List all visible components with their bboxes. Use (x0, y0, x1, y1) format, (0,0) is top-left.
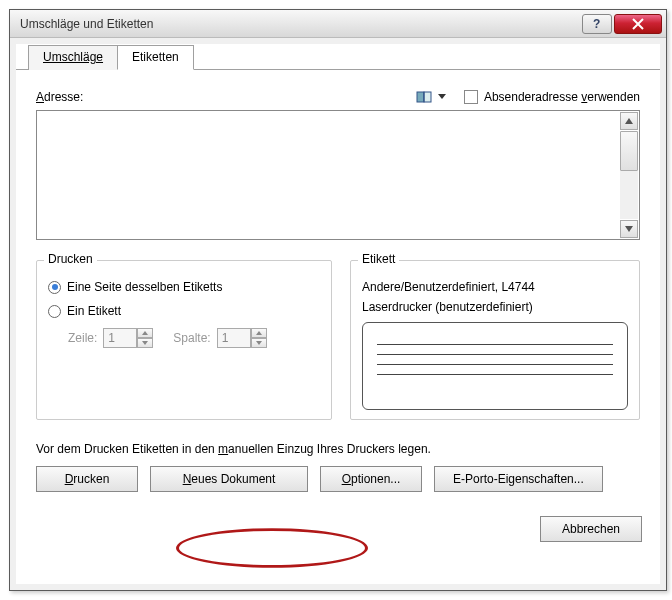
drucken-group-title: Drucken (44, 252, 97, 266)
etikett-info-line1: Andere/Benutzerdefiniert, L4744 (362, 280, 628, 294)
spalte-label: Spalte: (173, 331, 210, 345)
spalte-spinner[interactable] (217, 328, 267, 348)
triangle-up-icon (256, 331, 262, 335)
radio-icon (48, 305, 61, 318)
tab-umschlaege[interactable]: Umschläge (28, 45, 118, 70)
address-book-dropdown[interactable] (436, 88, 448, 106)
spalte-down (251, 338, 267, 348)
svg-rect-1 (417, 92, 424, 102)
etikett-preview (362, 322, 628, 410)
scroll-up-button[interactable] (620, 112, 638, 130)
radio-single-label[interactable]: Ein Etikett (48, 304, 320, 318)
address-book-icon (416, 90, 434, 104)
absender-checkbox-label: Absenderadresse verwenden (484, 90, 640, 104)
optionen-button[interactable]: Optionen... (320, 466, 422, 492)
dialog-window: Umschläge und Etiketten ? Umschläge Etik… (9, 9, 667, 591)
adresse-row: Adresse: Absenderadresse verwenden (36, 88, 640, 106)
close-icon (632, 18, 644, 30)
close-button[interactable] (614, 14, 662, 34)
triangle-down-icon (256, 341, 262, 345)
button-row: Drucken Neues Dokument Optionen... E-Por… (36, 466, 640, 492)
footer-row: Abbrechen (16, 506, 660, 542)
zeile-input (103, 328, 137, 348)
scroll-down-button[interactable] (620, 220, 638, 238)
help-button[interactable]: ? (582, 14, 612, 34)
scrollbar-thumb[interactable] (620, 131, 638, 171)
triangle-up-icon (625, 118, 633, 124)
etikett-group-title: Etikett (358, 252, 399, 266)
neues-dokument-button[interactable]: Neues Dokument (150, 466, 308, 492)
zeile-down (137, 338, 153, 348)
svg-text:?: ? (593, 18, 600, 30)
adresse-textarea[interactable] (36, 110, 640, 240)
tab-body-etiketten: Adresse: Absenderadresse verwenden (16, 70, 660, 506)
tab-strip: Umschläge Etiketten (16, 44, 660, 70)
absender-checkbox[interactable] (464, 90, 478, 104)
window-title: Umschläge und Etiketten (20, 17, 580, 31)
address-book-button[interactable] (414, 88, 436, 106)
adresse-label: Adresse: (36, 90, 83, 104)
svg-rect-2 (424, 92, 431, 102)
tab-etiketten[interactable]: Etiketten (117, 45, 194, 70)
radio-icon (48, 281, 61, 294)
spalte-up (251, 328, 267, 338)
zeile-up (137, 328, 153, 338)
triangle-down-icon (142, 341, 148, 345)
spalte-input (217, 328, 251, 348)
help-icon: ? (592, 18, 602, 30)
triangle-up-icon (142, 331, 148, 335)
dialog-content: Umschläge Etiketten Adresse: Absenderadr… (16, 44, 660, 584)
chevron-down-icon (438, 94, 446, 100)
etikett-info-line2: Laserdrucker (benutzerdefiniert) (362, 300, 628, 314)
drucken-groupbox: Drucken Eine Seite desselben Etiketts Ei… (36, 260, 332, 420)
radio-full-page[interactable]: Eine Seite desselben Etiketts (48, 280, 320, 294)
titlebar: Umschläge und Etiketten ? (10, 10, 666, 38)
triangle-down-icon (625, 226, 633, 232)
zeile-label: Zeile: (68, 331, 97, 345)
eporto-button[interactable]: E-Porto-Eigenschaften... (434, 466, 603, 492)
abbrechen-button[interactable]: Abbrechen (540, 516, 642, 542)
zeile-spinner[interactable] (103, 328, 153, 348)
drucken-button[interactable]: Drucken (36, 466, 138, 492)
print-hint: Vor dem Drucken Etiketten in den manuell… (36, 442, 640, 456)
etikett-groupbox: Etikett Andere/Benutzerdefiniert, L4744 … (350, 260, 640, 420)
